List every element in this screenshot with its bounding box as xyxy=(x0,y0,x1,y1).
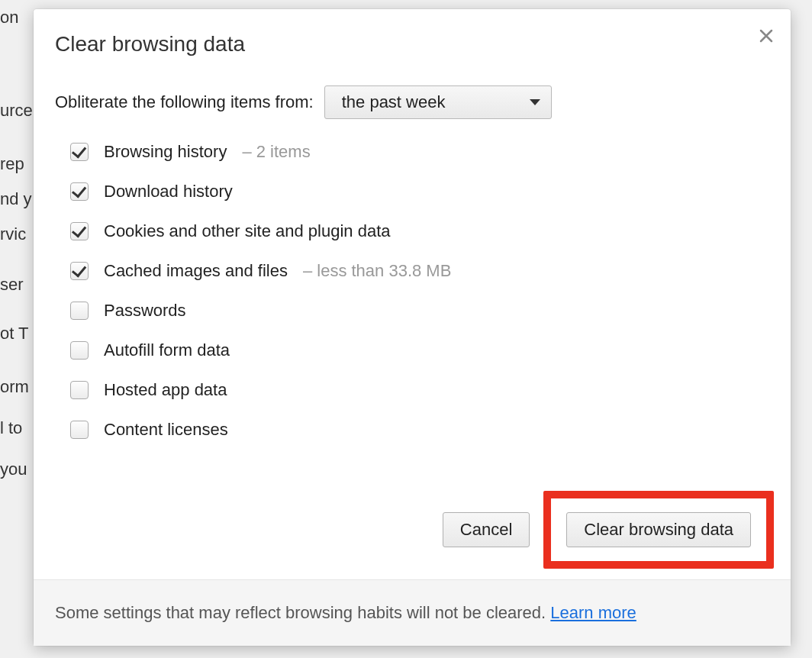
option-row-cookies: Cookies and other site and plugin data xyxy=(70,221,769,241)
bg-fragment: ser xyxy=(0,275,24,295)
option-row-content-licenses: Content licenses xyxy=(70,420,769,440)
dialog-footer: Some settings that may reflect browsing … xyxy=(34,579,791,646)
dialog-actions: Cancel Clear browsing data xyxy=(34,480,791,579)
time-range-label: Obliterate the following items from: xyxy=(55,92,314,112)
option-label: Cached images and files xyxy=(104,261,288,281)
option-label: Passwords xyxy=(104,301,186,321)
dialog-body: Obliterate the following items from: the… xyxy=(34,70,791,480)
option-label: Autofill form data xyxy=(104,340,230,360)
option-row-download-history: Download history xyxy=(70,182,769,202)
option-row-passwords: Passwords xyxy=(70,301,769,321)
option-row-hosted-app: Hosted app data xyxy=(70,380,769,400)
option-label: Download history xyxy=(104,182,233,202)
bg-fragment: nd y xyxy=(0,189,32,209)
options-list: Browsing history– 2 itemsDownload histor… xyxy=(55,142,769,440)
option-label: Content licenses xyxy=(104,420,228,440)
checkbox-download-history[interactable] xyxy=(70,182,89,201)
time-range-dropdown[interactable]: the past week xyxy=(324,85,552,119)
option-suffix: – 2 items xyxy=(242,142,310,162)
checkbox-cookies[interactable] xyxy=(70,222,89,240)
bg-fragment: rep xyxy=(0,154,24,174)
option-label: Browsing history xyxy=(104,142,227,162)
option-label: Hosted app data xyxy=(104,380,227,400)
bg-fragment: rvic xyxy=(0,224,26,244)
bg-fragment: urce xyxy=(0,101,33,121)
time-range-row: Obliterate the following items from: the… xyxy=(55,85,769,119)
bg-fragment: orm xyxy=(0,377,29,397)
clear-browsing-data-button[interactable]: Clear browsing data xyxy=(566,512,751,547)
checkbox-browsing-history[interactable] xyxy=(70,143,89,161)
option-row-browsing-history: Browsing history– 2 items xyxy=(70,142,769,162)
chevron-down-icon xyxy=(530,99,540,105)
checkbox-hosted-app[interactable] xyxy=(70,381,89,399)
bg-fragment: you xyxy=(0,460,27,479)
option-row-autofill: Autofill form data xyxy=(70,340,769,360)
bg-fragment: l to xyxy=(0,418,22,438)
option-label: Cookies and other site and plugin data xyxy=(104,221,390,241)
highlight-annotation: Clear browsing data xyxy=(543,491,774,569)
bg-fragment: ot T xyxy=(0,324,29,344)
option-row-cached-images: Cached images and files– less than 33.8 … xyxy=(70,261,769,281)
checkbox-passwords[interactable] xyxy=(70,302,89,320)
dialog-title: Clear browsing data xyxy=(55,32,769,56)
cancel-button[interactable]: Cancel xyxy=(443,512,530,547)
dialog-header: Clear browsing data xyxy=(34,9,791,70)
checkbox-autofill[interactable] xyxy=(70,341,89,360)
checkbox-content-licenses[interactable] xyxy=(70,421,89,439)
footer-text: Some settings that may reflect browsing … xyxy=(55,603,550,622)
dropdown-value: the past week xyxy=(342,92,446,112)
learn-more-link[interactable]: Learn more xyxy=(550,603,636,622)
clear-browsing-data-dialog: Clear browsing data Obliterate the follo… xyxy=(34,9,791,646)
checkbox-cached-images[interactable] xyxy=(70,262,89,280)
option-suffix: – less than 33.8 MB xyxy=(303,261,451,281)
bg-fragment: on xyxy=(0,8,18,27)
close-icon[interactable] xyxy=(756,26,777,47)
